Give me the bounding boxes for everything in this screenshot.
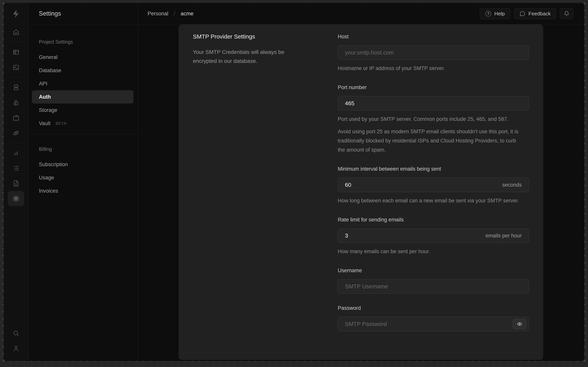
bell-icon — [564, 11, 570, 17]
desktop: { "topbar": { "breadcrumb": { "org": "Pe… — [0, 0, 588, 367]
beta-badge: BETA — [56, 121, 67, 126]
panel-description: Your SMTP Credentials will always be enc… — [193, 48, 306, 66]
port-row: Port number Port used by your SMTP serve… — [338, 84, 529, 155]
edge-functions-icon[interactable] — [8, 125, 24, 141]
username-input[interactable] — [338, 279, 529, 294]
auth-lock-icon[interactable] — [8, 95, 24, 110]
api-docs-icon[interactable] — [8, 176, 24, 191]
help-button[interactable]: Help — [480, 8, 510, 19]
username-row: Username — [338, 267, 529, 294]
port-help: Port used by your SMTP server. Common po… — [338, 115, 521, 124]
port-help-warning: Avoid using port 25 as modern SMTP email… — [338, 127, 521, 155]
main-area: Personal / acme Help Feedback — [138, 3, 584, 361]
smtp-settings-panel: SMTP Provider Settings Your SMTP Credent… — [179, 25, 543, 360]
reports-icon[interactable] — [8, 145, 24, 160]
interval-label: Minimum interval between emails being se… — [338, 166, 529, 172]
smtp-form: Host Hostname or IP address of your SMTP… — [338, 25, 529, 360]
interval-input[interactable] — [338, 178, 529, 192]
breadcrumb-project[interactable]: acme — [181, 11, 193, 17]
topbar: Personal / acme Help Feedback — [138, 3, 584, 25]
port-input[interactable] — [338, 96, 529, 110]
help-circle-icon — [485, 11, 491, 17]
host-row: Host Hostname or IP address of your SMTP… — [338, 33, 529, 73]
database-icon[interactable] — [8, 80, 24, 95]
nav-item-api[interactable]: API — [32, 77, 133, 90]
speech-bubble-icon — [520, 11, 525, 17]
panel-intro: SMTP Provider Settings Your SMTP Credent… — [179, 25, 306, 360]
rail-bottom — [8, 325, 24, 361]
breadcrumb-separator: / — [174, 11, 175, 17]
rail-divider — [10, 42, 22, 42]
nav-item-auth[interactable]: Auth — [32, 90, 133, 104]
nav-item-invoices[interactable]: Invoices — [32, 184, 133, 198]
rate-limit-row: Rate limit for sending emails emails per… — [338, 216, 529, 256]
nav-section-billing: Billing — [28, 146, 138, 152]
search-icon[interactable] — [8, 325, 24, 341]
password-label: Password — [338, 305, 529, 311]
nav-divider — [28, 134, 138, 134]
rate-limit-help: How many emails can be sent per hour. — [338, 247, 521, 256]
table-editor-icon[interactable] — [8, 45, 24, 60]
nav-item-vault[interactable]: Vault BETA — [32, 117, 133, 130]
feedback-button[interactable]: Feedback — [514, 8, 556, 19]
reveal-password-button[interactable] — [513, 319, 526, 329]
host-label: Host — [338, 33, 529, 40]
settings-nav-body: Project Settings General Database API Au… — [28, 25, 138, 198]
nav-item-storage[interactable]: Storage — [32, 104, 133, 117]
settings-nav: Settings Project Settings General Databa… — [28, 3, 138, 361]
notifications-button[interactable] — [560, 8, 573, 19]
supabase-bolt-icon — [11, 9, 20, 18]
app-logo[interactable] — [4, 3, 28, 25]
nav-item-general[interactable]: General — [32, 50, 133, 64]
nav-section-project-settings: Project Settings — [28, 39, 138, 45]
password-row: Password — [338, 305, 529, 331]
rail-divider — [10, 77, 22, 77]
nav-item-database[interactable]: Database — [32, 64, 133, 77]
nav-item-usage[interactable]: Usage — [32, 171, 133, 184]
host-input[interactable] — [338, 45, 529, 60]
panel-heading: SMTP Provider Settings — [193, 33, 306, 40]
content-area: SMTP Provider Settings Your SMTP Credent… — [138, 25, 584, 361]
interval-help: How long between each email can a new em… — [338, 196, 521, 205]
breadcrumb-org[interactable]: Personal — [148, 11, 168, 17]
rail-divider — [10, 143, 22, 143]
password-input[interactable] — [338, 317, 529, 331]
storage-icon[interactable] — [8, 110, 24, 125]
interval-row: Minimum interval between emails being se… — [338, 166, 529, 205]
user-icon[interactable] — [8, 341, 24, 356]
nav-item-subscription[interactable]: Subscription — [32, 158, 133, 171]
logs-icon[interactable] — [8, 160, 24, 176]
port-label: Port number — [338, 84, 529, 91]
settings-gear-icon[interactable] — [8, 191, 24, 206]
topbar-actions: Help Feedback — [480, 8, 573, 19]
sql-editor-icon[interactable] — [8, 60, 24, 75]
rate-limit-label: Rate limit for sending emails — [338, 216, 529, 223]
page-title: Settings — [39, 10, 61, 17]
username-label: Username — [338, 267, 529, 274]
app-window: Settings Project Settings General Databa… — [3, 3, 585, 361]
rate-limit-input[interactable] — [338, 228, 529, 243]
icon-rail — [4, 3, 28, 361]
eye-icon — [517, 321, 523, 327]
host-help: Hostname or IP address of your SMTP serv… — [338, 64, 521, 73]
settings-nav-header: Settings — [28, 3, 138, 25]
home-icon[interactable] — [8, 25, 24, 40]
